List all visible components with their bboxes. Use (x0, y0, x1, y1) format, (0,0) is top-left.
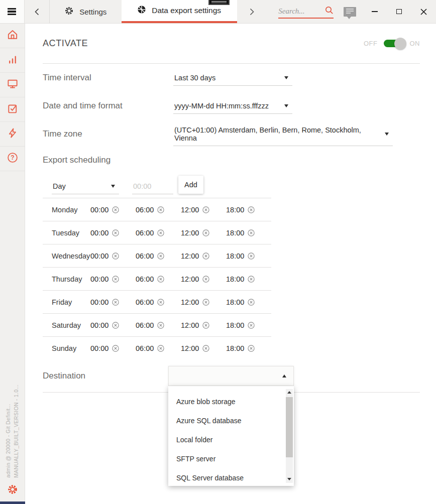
sidebar-item-home[interactable] (0, 24, 25, 48)
remove-time-icon[interactable] (248, 276, 255, 283)
tasks-icon (7, 102, 19, 116)
maximize-icon[interactable] (387, 0, 411, 23)
lightning-icon (7, 127, 19, 141)
schedule-time-entry: 18:00 (226, 321, 271, 329)
remove-time-icon[interactable] (112, 322, 119, 329)
home-icon (7, 29, 19, 43)
remove-time-icon[interactable] (202, 299, 209, 306)
clipped-window-fragment (208, 0, 230, 5)
remove-time-icon[interactable] (202, 206, 209, 213)
list-item[interactable]: SQL Server database (168, 468, 294, 487)
sidebar-footer-bar (0, 501, 25, 504)
day-label: Thursday (52, 275, 90, 283)
selected-value: yyyy-MM-dd HH:mm:ss.fffzzz (174, 102, 269, 110)
remove-time-icon[interactable] (157, 206, 164, 213)
time-entries: 00:00 06:00 12:00 18:00 (90, 206, 271, 214)
sidebar-item-events[interactable] (0, 122, 25, 147)
list-item[interactable]: Local folder (168, 430, 294, 449)
datetime-format-row: Date and time format yyyy-MM-dd HH:mm:ss… (43, 92, 420, 120)
sidebar-item-tasks[interactable] (0, 97, 25, 122)
schedule-time-entry: 00:00 (90, 206, 136, 214)
remove-time-icon[interactable] (112, 276, 119, 283)
time-value: 00:00 (90, 344, 108, 352)
scrollbar-thumb[interactable] (286, 397, 293, 458)
remove-time-icon[interactable] (202, 276, 209, 283)
time-value: 06:00 (136, 298, 154, 306)
menu-icon[interactable] (0, 0, 25, 23)
sidebar-item-help[interactable]: ? (0, 147, 25, 171)
schedule-time-entry: 12:00 (181, 275, 226, 283)
minimize-icon[interactable] (362, 0, 387, 23)
list-item[interactable]: Azure SQL database (168, 411, 294, 430)
remove-time-icon[interactable] (248, 206, 255, 213)
datetime-format-select[interactable]: yyyy-MM-dd HH:mm:ss.fffzzz (173, 98, 292, 114)
table-row: Sunday 00:00 06:00 12:00 18:00 (43, 336, 271, 359)
remove-time-icon[interactable] (157, 229, 164, 236)
schedule-time-entry: 18:00 (226, 275, 271, 283)
remove-time-icon[interactable] (112, 206, 119, 213)
schedule-time-entry: 00:00 (90, 252, 136, 260)
remove-time-icon[interactable] (157, 345, 164, 352)
list-item[interactable]: SFTP server (168, 449, 294, 468)
remove-time-icon[interactable] (157, 253, 164, 260)
scrollbar[interactable] (286, 389, 293, 483)
monitor-icon (7, 78, 19, 92)
scroll-down-icon[interactable] (286, 476, 293, 483)
time-value: 06:00 (136, 275, 154, 283)
remove-time-icon[interactable] (248, 299, 255, 306)
close-icon[interactable] (411, 0, 436, 23)
destination-select[interactable] (168, 366, 294, 386)
remove-time-icon[interactable] (202, 322, 209, 329)
remove-time-icon[interactable] (202, 345, 209, 352)
remove-time-icon[interactable] (248, 322, 255, 329)
time-interval-select[interactable]: Last 30 days (173, 70, 292, 86)
chevron-down-icon (284, 76, 288, 79)
remove-time-icon[interactable] (202, 253, 209, 260)
remove-time-icon[interactable] (248, 229, 255, 236)
sidebar-item-settings[interactable] (0, 480, 25, 500)
remove-time-icon[interactable] (157, 276, 164, 283)
time-input[interactable] (132, 179, 173, 194)
time-value: 18:00 (226, 229, 244, 237)
search-icon[interactable] (325, 6, 334, 17)
option-label: Local folder (176, 436, 212, 444)
main-content: ACTIVATE OFF ON Time interval Last 30 da… (26, 24, 436, 504)
schedule-time-entry: 00:00 (90, 229, 136, 237)
sidebar-item-dashboards[interactable] (0, 48, 25, 73)
time-value: 12:00 (181, 229, 199, 237)
remove-time-icon[interactable] (248, 345, 255, 352)
search-input[interactable] (278, 7, 325, 16)
tab-label: Settings (79, 8, 106, 16)
table-row: Thursday 00:00 06:00 12:00 18:00 (43, 267, 271, 290)
scrollbar-track[interactable] (286, 396, 293, 476)
add-button[interactable]: Add (178, 176, 203, 194)
day-select[interactable]: Day (52, 179, 119, 194)
forward-chevron-icon[interactable] (237, 0, 268, 23)
tab-settings[interactable]: Settings (50, 0, 122, 23)
remove-time-icon[interactable] (112, 229, 119, 236)
activate-toggle[interactable] (384, 40, 404, 47)
timezone-select[interactable]: (UTC+01:00) Amsterdam, Berlin, Bern, Rom… (173, 122, 393, 146)
back-chevron-icon[interactable] (25, 0, 49, 23)
remove-time-icon[interactable] (112, 253, 119, 260)
scroll-up-icon[interactable] (286, 389, 293, 396)
gear-icon (64, 6, 74, 17)
export-sphere-icon (137, 5, 146, 16)
remove-time-icon[interactable] (112, 345, 119, 352)
list-item[interactable]: Azure blob storage (168, 392, 294, 411)
remove-time-icon[interactable] (112, 299, 119, 306)
toggle-knob[interactable] (394, 38, 406, 50)
remove-time-icon[interactable] (202, 229, 209, 236)
remove-time-icon[interactable] (248, 253, 255, 260)
comment-icon[interactable] (344, 7, 356, 17)
time-value: 06:00 (136, 321, 154, 329)
time-value: 00:00 (90, 229, 108, 237)
schedule-time-entry: 18:00 (226, 206, 271, 214)
destination-select-wrap: Azure blob storage Azure SQL database Lo… (168, 366, 294, 386)
remove-time-icon[interactable] (157, 299, 164, 306)
time-entries: 00:00 06:00 12:00 18:00 (90, 275, 271, 283)
remove-time-icon[interactable] (157, 322, 164, 329)
sidebar-item-monitor[interactable] (0, 73, 25, 97)
schedule-time-entry: 12:00 (181, 229, 226, 237)
toggle-on-label: ON (410, 40, 420, 47)
